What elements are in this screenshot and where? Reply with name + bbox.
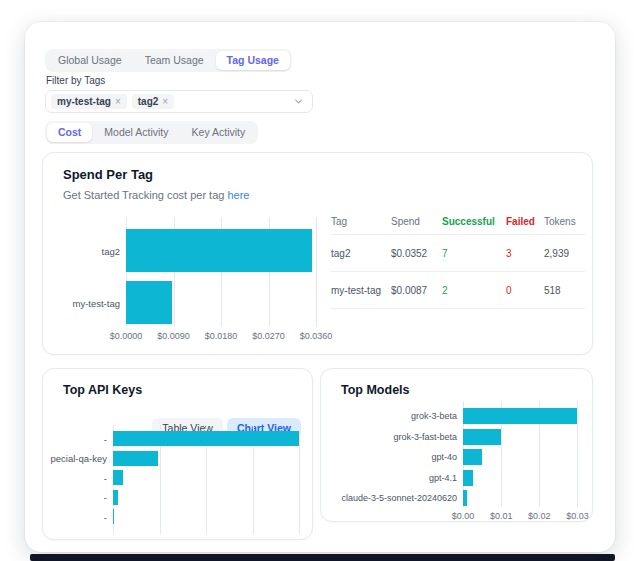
tag-chip-label: tag2 <box>138 97 159 107</box>
tag-chip-remove-icon[interactable]: × <box>115 97 121 107</box>
spend-per-tag-table: Tag Spend Successful Failed Tokens tag2 … <box>331 209 585 309</box>
col-header-tokens: Tokens <box>544 209 585 235</box>
tab-model-activity[interactable]: Model Activity <box>93 123 179 142</box>
bar <box>463 449 482 465</box>
cell-tokens: 518 <box>544 272 585 309</box>
tag-chip[interactable]: tag2 × <box>132 94 174 109</box>
x-axis-tick-label: $0.01 <box>490 511 513 521</box>
y-axis-label: - <box>43 492 107 503</box>
filter-by-tags-label: Filter by Tags <box>46 75 105 86</box>
y-axis-label: claude-3-5-sonnet-20240620 <box>321 493 457 503</box>
spend-per-tag-chart: $0.0000$0.0090$0.0180$0.0270$0.0360tag2m… <box>57 217 316 327</box>
tab-tag-usage[interactable]: Tag Usage <box>216 51 290 70</box>
y-axis-label: my-test-tag <box>57 297 120 308</box>
x-axis-tick-label: $0.0270 <box>252 331 285 341</box>
col-header-failed: Failed <box>506 209 544 235</box>
cell-tag: my-test-tag <box>331 272 391 309</box>
spend-per-tag-title: Spend Per Tag <box>63 167 153 182</box>
bottom-window-edge-bar <box>30 554 615 561</box>
gridline <box>299 425 300 534</box>
x-axis-tick-label: $0.02 <box>528 511 551 521</box>
subtitle-text: Get Started Tracking cost per tag <box>63 189 224 201</box>
gridline <box>316 217 317 327</box>
cell-successful: 7 <box>442 235 506 272</box>
y-axis-label: grok-3-beta <box>321 411 457 421</box>
cell-successful: 2 <box>442 272 506 309</box>
table-row: my-test-tag $0.0087 2 0 518 <box>331 272 585 309</box>
card-top-models: Top Models $0.00$0.01$0.02$0.03grok-3-be… <box>320 368 593 522</box>
card-top-api-keys: Top API Keys Table View Chart View -peci… <box>42 368 313 540</box>
bar <box>113 490 118 505</box>
top-api-keys-chart: -pecial-qa-key--- <box>43 425 299 534</box>
x-axis-tick-label: $0.0090 <box>157 331 190 341</box>
gridline <box>577 401 578 507</box>
bar <box>463 470 473 486</box>
tag-chip-remove-icon[interactable]: × <box>162 97 168 107</box>
bar <box>113 431 299 446</box>
x-axis-tick-label: $0.0000 <box>110 331 143 341</box>
cell-failed: 3 <box>506 235 544 272</box>
x-axis-tick-label: $0.0180 <box>205 331 238 341</box>
y-axis-label: - <box>43 472 107 483</box>
cell-spend: $0.0352 <box>391 235 442 272</box>
tab-cost[interactable]: Cost <box>47 123 92 142</box>
y-axis-label: gpt-4o <box>321 452 457 462</box>
y-axis-label: - <box>43 511 107 522</box>
table-header-row: Tag Spend Successful Failed Tokens <box>331 209 585 235</box>
top-models-chart: $0.00$0.01$0.02$0.03grok-3-betagrok-3-fa… <box>321 401 587 507</box>
x-axis-tick-label: $0.00 <box>452 511 475 521</box>
tab-key-activity[interactable]: Key Activity <box>181 123 257 142</box>
top-models-title: Top Models <box>341 383 410 397</box>
y-axis-label: tag2 <box>57 245 120 256</box>
bar <box>126 229 312 272</box>
bar <box>113 451 158 466</box>
cell-tokens: 2,939 <box>544 235 585 272</box>
col-header-tag: Tag <box>331 209 391 235</box>
bar <box>113 509 114 524</box>
table-row: tag2 $0.0352 7 3 2,939 <box>331 235 585 272</box>
y-axis-label: pecial-qa-key <box>43 453 107 464</box>
top-api-keys-title: Top API Keys <box>63 383 142 397</box>
bar <box>463 408 577 424</box>
bar <box>113 470 123 485</box>
tab-global-usage[interactable]: Global Usage <box>47 51 133 70</box>
bar <box>463 429 501 445</box>
cost-activity-tab-group: Cost Model Activity Key Activity <box>45 121 258 144</box>
x-axis-tick-label: $0.03 <box>566 511 589 521</box>
filter-tags-select[interactable]: my-test-tag × tag2 × <box>45 90 313 113</box>
get-started-link[interactable]: here <box>227 189 249 201</box>
col-header-spend: Spend <box>391 209 442 235</box>
spend-per-tag-subtitle: Get Started Tracking cost per taghere <box>63 189 249 201</box>
col-header-successful: Successful <box>442 209 506 235</box>
tag-chip[interactable]: my-test-tag × <box>51 94 127 109</box>
bar <box>463 490 467 506</box>
chevron-down-icon[interactable] <box>293 96 304 107</box>
x-axis-tick-label: $0.0360 <box>300 331 333 341</box>
bar <box>126 281 172 324</box>
tag-chip-label: my-test-tag <box>57 97 111 107</box>
usage-tab-group: Global Usage Team Usage Tag Usage <box>45 49 292 72</box>
tab-team-usage[interactable]: Team Usage <box>134 51 215 70</box>
cell-spend: $0.0087 <box>391 272 442 309</box>
y-axis-label: gpt-4.1 <box>321 473 457 483</box>
y-axis-label: - <box>43 433 107 444</box>
cell-tag: tag2 <box>331 235 391 272</box>
y-axis-label: grok-3-fast-beta <box>321 432 457 442</box>
cell-failed: 0 <box>506 272 544 309</box>
card-spend-per-tag: Spend Per Tag Get Started Tracking cost … <box>42 152 593 355</box>
usage-dashboard-panel: Global Usage Team Usage Tag Usage Filter… <box>25 22 615 552</box>
